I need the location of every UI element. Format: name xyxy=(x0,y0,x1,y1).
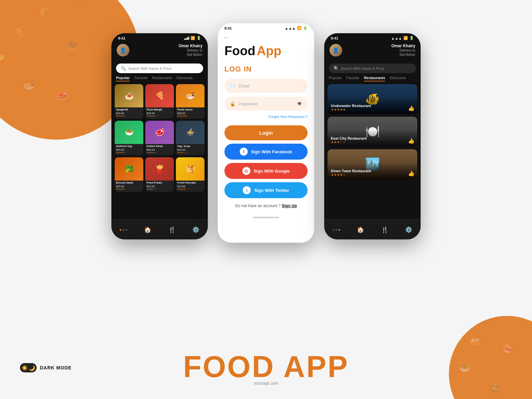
like-button-1[interactable]: 👍 xyxy=(408,105,415,111)
food-item-6[interactable]: 🍲 Veg. Soup $13.00 ★★★☆☆ xyxy=(176,121,204,155)
nav-settings-1[interactable]: ⚙️ xyxy=(192,226,200,233)
forgot-password-link[interactable]: Forget Your Password ? xyxy=(218,115,314,125)
doodle-br-1: 🍰 xyxy=(469,336,480,347)
food-img-7: 🥦 xyxy=(115,157,143,181)
wifi-icon-3: 📶 xyxy=(403,36,408,40)
delivery-label-3: Delivery to Sidi Bisher xyxy=(391,48,415,57)
search-placeholder-1: Search With Name & Price xyxy=(128,66,172,70)
restaurant-name-3: Down Town Restaurant xyxy=(331,169,414,173)
header-text-3: Omar Khairy Delivery to Sidi Bisher xyxy=(391,44,415,57)
tab-discounts-3[interactable]: Discounts xyxy=(390,76,406,81)
status-bar-3: 9:41 ▲▲▲ 📶 🔋 xyxy=(324,33,421,42)
tab-discounts-1[interactable]: Discounts xyxy=(177,76,193,81)
dark-mode-badge[interactable]: ☀️ 🌙 DARK MODE xyxy=(20,363,71,372)
food-grid: 🍝 Spaghetti $15.00 ★★★★☆ 🍕 Pizza Margh. … xyxy=(111,84,208,192)
restaurant-card-3[interactable]: 🏙️ Down Town Restaurant ★★★★☆ 👍 xyxy=(328,149,417,179)
eye-icon[interactable]: 👁️ xyxy=(297,101,302,106)
food-name-6: Veg. Soup xyxy=(176,144,204,148)
nav-tabs-1: Popular Favorite Restaurants Discounts xyxy=(111,76,208,81)
phone-restaurants: 9:41 ▲▲▲ 📶 🔋 👤 Omar Khairy Delivery to S… xyxy=(324,33,421,239)
search-placeholder-3: Search With Name & Price xyxy=(341,66,384,70)
food-img-2: 🍕 xyxy=(145,84,174,107)
email-icon: ✉️ xyxy=(230,83,235,88)
battery-icon-2: 🔋 xyxy=(303,26,308,30)
phone-login: 9:41 ▲▲▲ 📶 🔋 ← Food App LOG IN ✉️ Email … xyxy=(218,23,314,243)
tab-restaurants-3[interactable]: Restaurants xyxy=(364,76,385,81)
twitter-signin-button[interactable]: t Sign With Twitter xyxy=(224,182,308,198)
twitter-label: Sign With Twitter xyxy=(254,188,289,193)
email-field[interactable]: ✉️ Email xyxy=(224,79,308,93)
food-stars-5: ★★★★☆ xyxy=(145,151,174,155)
like-button-3[interactable]: 👍 xyxy=(408,170,415,177)
dot-r-2 xyxy=(335,229,337,231)
facebook-signin-button[interactable]: f Sign With Facebook xyxy=(224,144,308,160)
restaurant-list: 🐠 Underwater Restaurant ★★★★★ 👍 🍽️ East … xyxy=(324,84,421,179)
food-stars-4: ★★★★☆ xyxy=(115,151,143,155)
restaurant-name-2: East City Restaurant xyxy=(331,136,414,140)
food-item-7[interactable]: 🥦 Brocoli Salad $15.00 ★★★★☆ xyxy=(115,157,143,192)
food-name-1: Spaghetti xyxy=(115,107,143,112)
home-indicator xyxy=(218,213,314,219)
signup-link[interactable]: Sign Up xyxy=(282,203,297,208)
nav-fork-3[interactable]: 🍴 xyxy=(381,226,388,233)
login-button[interactable]: Login xyxy=(224,125,308,140)
food-img-9: 🥞 xyxy=(176,157,204,181)
restaurant-img-3: 🏙️ Down Town Restaurant ★★★★☆ 👍 xyxy=(328,149,417,179)
tab-popular-1[interactable]: Popular xyxy=(116,76,130,81)
food-item-9[interactable]: 🥞 Fresh Pancake $13.00 ★★★★☆ xyxy=(176,157,204,192)
food-item-8[interactable]: 🍟 Fried Potato $12.00 ★★★☆☆ xyxy=(145,157,174,192)
theme-toggle[interactable]: ☀️ 🌙 xyxy=(20,363,37,372)
food-img-8: 🍟 xyxy=(145,157,174,181)
login-logo: Food App xyxy=(218,44,314,62)
nav-home-3[interactable]: 🏠 xyxy=(357,226,364,233)
food-name-4: Seafood Veg xyxy=(115,144,143,148)
food-img-5: 🥩 xyxy=(145,121,174,144)
restaurant-card-2[interactable]: 🍽️ East City Restaurant ★★★☆☆ 👍 xyxy=(328,117,417,147)
food-price-5: $38.00 xyxy=(145,148,174,151)
time-2: 9:41 xyxy=(224,26,232,30)
battery-icon-3: 🔋 xyxy=(409,36,414,40)
dot-1 xyxy=(120,229,121,231)
avatar-image-3: 👤 xyxy=(330,44,342,57)
search-bar-3[interactable]: 🔍 Search With Name & Price xyxy=(329,64,416,73)
food-item-3[interactable]: 🍜 Pasta sauce $28.00 ★★★★★ xyxy=(176,84,204,119)
food-item-1[interactable]: 🍝 Spaghetti $15.00 ★★★★☆ xyxy=(115,84,143,119)
wifi-icon-2: 📶 xyxy=(297,26,302,30)
mostaql-text: mostaql.com xyxy=(254,381,278,386)
nav-settings-3[interactable]: ⚙️ xyxy=(405,226,412,233)
food-name-5: Grilled Steak xyxy=(145,144,174,148)
password-field[interactable]: 🔒 Password 👁️ xyxy=(224,97,308,111)
food-name-7: Brocoli Salad xyxy=(115,181,143,185)
food-item-2[interactable]: 🍕 Pizza Margh. $16.00 ★★★★☆ xyxy=(145,84,174,119)
tab-popular-3[interactable]: Popular xyxy=(329,76,341,81)
main-content: 9:41 📶 🔋 👤 Omar Khairy Delivery t xyxy=(0,0,532,256)
google-icon: G xyxy=(242,167,250,175)
food-img-4: 🥗 xyxy=(115,121,143,144)
status-icons-2: ▲▲▲ 📶 🔋 xyxy=(285,26,308,30)
user-name-1: Omar Khairy xyxy=(179,44,202,48)
search-bar-1[interactable]: 🔍 Search With Name & Price xyxy=(116,64,203,73)
restaurant-card-1[interactable]: 🐠 Underwater Restaurant ★★★★★ 👍 xyxy=(328,84,417,114)
food-stars-7: ★★★★☆ xyxy=(115,188,143,192)
restaurant-stars-1: ★★★★★ xyxy=(331,108,414,111)
tab-restaurants-1[interactable]: Restaurants xyxy=(152,76,172,81)
bottom-nav-1: 🏠 🍴 ⚙️ xyxy=(111,219,208,239)
dot-r-1 xyxy=(332,229,334,231)
food-price-2: $16.00 xyxy=(145,112,174,115)
google-signin-button[interactable]: G Sign With Google xyxy=(224,163,308,179)
food-item-4[interactable]: 🥗 Seafood Veg $18.00 ★★★★☆ xyxy=(115,121,143,155)
nav-home-1[interactable]: 🏠 xyxy=(144,226,151,233)
status-icons-3: ▲▲▲ 📶 🔋 xyxy=(391,36,414,40)
tab-favorite-1[interactable]: Favorite xyxy=(134,76,148,81)
nav-fork-1[interactable]: 🍴 xyxy=(168,226,176,233)
signup-section: Do not have an account ? Sign Up xyxy=(218,203,314,208)
nav-indicator-1 xyxy=(120,229,127,231)
like-button-2[interactable]: 👍 xyxy=(408,138,415,144)
delivery-label-1: Delivery to Sidi Bisher xyxy=(179,48,202,57)
tab-favorite-3[interactable]: Favorite xyxy=(346,76,359,81)
back-button[interactable]: ← xyxy=(218,32,314,44)
no-account-text: Do not have an account ? xyxy=(235,203,281,208)
food-item-5[interactable]: 🥩 Grilled Steak $38.00 ★★★★☆ xyxy=(145,121,174,155)
bottom-section: FOOD APP mostaql.com xyxy=(0,350,532,386)
time-1: 9:41 xyxy=(118,36,125,40)
